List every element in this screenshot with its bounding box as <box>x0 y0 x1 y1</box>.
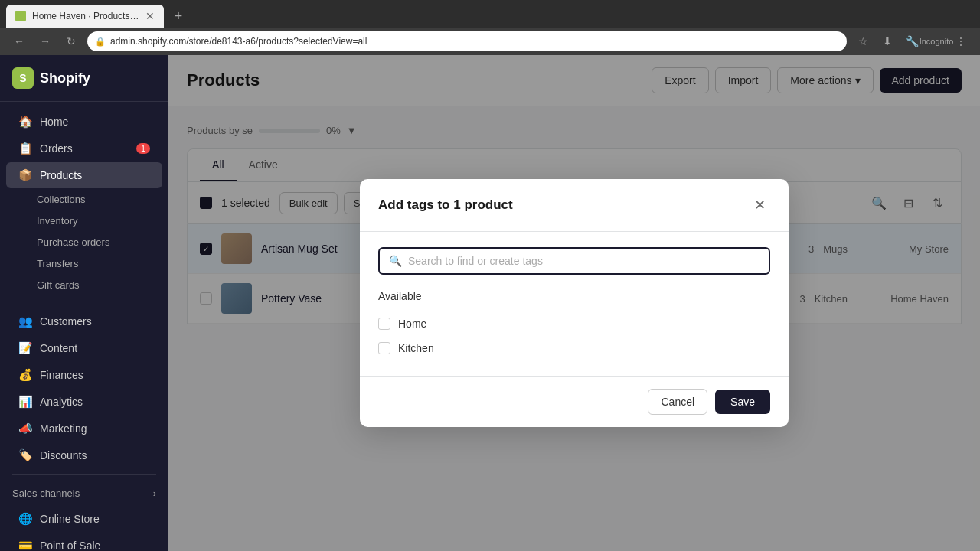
orders-badge: 1 <box>136 143 150 154</box>
sales-channels-header: Sales channels › <box>0 481 168 505</box>
sidebar-item-online-store[interactable]: 🌐 Online Store <box>6 506 162 532</box>
modal-close-button[interactable]: ✕ <box>749 194 770 216</box>
bookmark-button[interactable]: ☆ <box>853 31 873 51</box>
orders-icon: 📋 <box>18 142 32 155</box>
forward-button[interactable]: → <box>35 31 55 51</box>
shopify-logo-text: Shopify <box>40 70 90 86</box>
sidebar-logo: S Shopify <box>0 55 168 102</box>
browser-chrome: Home Haven · Products · Shopi... ✕ + ← →… <box>0 0 980 55</box>
transfers-label: Transfers <box>37 258 78 269</box>
lock-icon: 🔒 <box>95 37 106 47</box>
discounts-icon: 🏷️ <box>18 448 32 462</box>
inventory-label: Inventory <box>37 215 77 227</box>
app-layout: S Shopify 🏠 Home 📋 Orders 1 📦 Products C… <box>0 55 980 551</box>
sidebar-sub-item-purchase-orders[interactable]: Purchase orders <box>6 232 162 253</box>
tag-search-input[interactable] <box>408 255 760 267</box>
modal-body: 🔍 Available Home Kitchen <box>360 232 789 376</box>
tag-item-home: Home <box>378 311 770 336</box>
analytics-icon: 📊 <box>18 395 32 409</box>
tab-close-button[interactable]: ✕ <box>145 10 155 22</box>
incognito-label: Incognito <box>926 31 946 51</box>
download-button[interactable]: ⬇ <box>877 31 897 51</box>
address-bar[interactable]: 🔒 admin.shopify.com/store/de8143-a6/prod… <box>87 31 847 51</box>
sidebar-item-content[interactable]: 📝 Content <box>6 335 162 361</box>
search-icon: 🔍 <box>389 255 402 267</box>
content-icon: 📝 <box>18 341 32 355</box>
tab-favicon <box>15 11 26 21</box>
active-tab[interactable]: Home Haven · Products · Shopi... ✕ <box>6 5 164 28</box>
sidebar: S Shopify 🏠 Home 📋 Orders 1 📦 Products C… <box>0 55 168 551</box>
tag-search-container: 🔍 <box>378 247 770 275</box>
sidebar-item-label-products: Products <box>40 169 82 181</box>
sidebar-nav: 🏠 Home 📋 Orders 1 📦 Products Collections… <box>0 102 168 551</box>
sidebar-item-marketing[interactable]: 📣 Marketing <box>6 416 162 442</box>
sidebar-item-point-of-sale[interactable]: 💳 Point of Sale <box>6 533 162 551</box>
refresh-button[interactable]: ↻ <box>61 31 81 51</box>
tag-checkbox-kitchen[interactable] <box>378 342 390 354</box>
channels-expand-icon[interactable]: › <box>153 487 156 499</box>
sidebar-item-label-discounts: Discounts <box>40 449 87 461</box>
sidebar-sub-item-inventory[interactable]: Inventory <box>6 210 162 231</box>
browser-tabs: Home Haven · Products · Shopi... ✕ + <box>0 0 980 28</box>
save-button[interactable]: Save <box>715 390 770 414</box>
finances-icon: 💰 <box>18 368 32 382</box>
main-content-area: Products Export Import More actions ▾ Ad… <box>168 55 980 551</box>
sidebar-item-finances[interactable]: 💰 Finances <box>6 362 162 388</box>
sidebar-item-label-analytics: Analytics <box>40 396 83 408</box>
purchase-orders-label: Purchase orders <box>37 236 109 248</box>
add-tags-modal: Add tags to 1 product ✕ 🔍 Available Home <box>360 179 789 427</box>
shopify-logo-icon: S <box>12 67 34 89</box>
home-icon: 🏠 <box>18 115 32 129</box>
back-button[interactable]: ← <box>9 31 29 51</box>
point-of-sale-icon: 💳 <box>18 539 32 551</box>
sidebar-item-label-orders: Orders <box>40 142 73 155</box>
sidebar-item-customers[interactable]: 👥 Customers <box>6 308 162 334</box>
sidebar-item-orders[interactable]: 📋 Orders 1 <box>6 135 162 161</box>
sidebar-sub-item-transfers[interactable]: Transfers <box>6 253 162 274</box>
sidebar-item-label-finances: Finances <box>40 369 83 381</box>
available-label: Available <box>378 290 770 302</box>
sidebar-item-label-content: Content <box>40 342 77 354</box>
modal-header: Add tags to 1 product ✕ <box>360 179 789 232</box>
online-store-icon: 🌐 <box>18 512 32 526</box>
sidebar-item-home[interactable]: 🏠 Home <box>6 109 162 135</box>
sidebar-sub-item-collections[interactable]: Collections <box>6 189 162 210</box>
marketing-icon: 📣 <box>18 422 32 435</box>
browser-nav-actions: ☆ ⬇ 🔧 Incognito ⋮ <box>853 31 971 51</box>
sidebar-divider-2 <box>12 474 156 475</box>
new-tab-button[interactable]: + <box>167 5 190 28</box>
sidebar-item-products[interactable]: 📦 Products <box>6 162 162 188</box>
sidebar-item-label-online-store: Online Store <box>40 513 100 525</box>
products-icon: 📦 <box>18 168 32 182</box>
sales-channels-label: Sales channels <box>12 487 80 499</box>
sidebar-item-label-marketing: Marketing <box>40 422 87 435</box>
sidebar-sub-item-gift-cards[interactable]: Gift cards <box>6 275 162 295</box>
tag-checkbox-home[interactable] <box>378 318 390 330</box>
collections-label: Collections <box>37 194 86 205</box>
sidebar-divider-1 <box>12 302 156 302</box>
modal-overlay[interactable]: Add tags to 1 product ✕ 🔍 Available Home <box>168 55 980 551</box>
modal-title: Add tags to 1 product <box>378 197 513 213</box>
tag-label-home: Home <box>398 318 426 330</box>
sidebar-item-analytics[interactable]: 📊 Analytics <box>6 389 162 415</box>
gift-cards-label: Gift cards <box>37 279 80 291</box>
shopify-logo: S Shopify <box>12 67 90 89</box>
cancel-button[interactable]: Cancel <box>648 389 707 415</box>
customers-icon: 👥 <box>18 315 32 328</box>
tag-label-kitchen: Kitchen <box>398 342 434 354</box>
address-text: admin.shopify.com/store/de8143-a6/produc… <box>110 36 367 47</box>
menu-button[interactable]: ⋮ <box>951 31 971 51</box>
tab-title: Home Haven · Products · Shopi... <box>32 11 139 21</box>
modal-footer: Cancel Save <box>360 376 789 427</box>
sidebar-item-label-home: Home <box>40 116 68 128</box>
sidebar-item-label-customers: Customers <box>40 315 92 328</box>
sidebar-item-label-pos: Point of Sale <box>40 540 100 551</box>
tag-item-kitchen: Kitchen <box>378 336 770 360</box>
sidebar-item-discounts[interactable]: 🏷️ Discounts <box>6 442 162 468</box>
browser-nav: ← → ↻ 🔒 admin.shopify.com/store/de8143-a… <box>0 28 980 55</box>
